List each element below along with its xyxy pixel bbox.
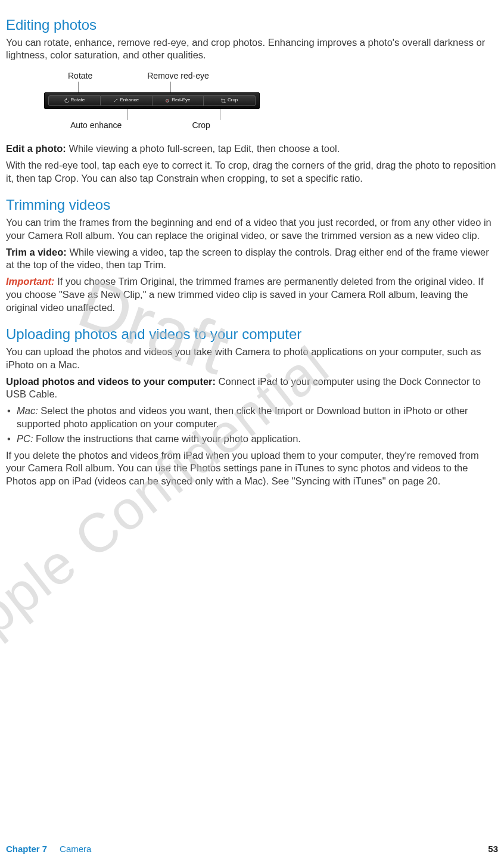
redeye-label: Red-Eye [172,97,190,104]
heading-editing-photos: Editing photos [6,15,498,35]
leader-line [78,82,79,92]
mac-text: Select the photos and videos you want, t… [17,405,468,429]
edit-a-photo-para: Edit a photo: While viewing a photo full… [6,142,498,156]
trimming-intro: You can trim the frames from the beginni… [6,216,498,243]
rotate-icon [64,98,69,103]
important-label: Important: [6,276,57,287]
callout-remove-redeye: Remove red-eye [147,70,209,81]
edit-a-photo-text: While viewing a photo full-screen, tap E… [69,143,340,154]
pc-text: Follow the instructions that came with y… [36,433,301,444]
enhance-label: Enhance [120,97,139,104]
callout-rotate: Rotate [68,70,92,81]
list-item: PC: Follow the instructions that came wi… [7,433,498,446]
editing-intro: You can rotate, enhance, remove red-eye,… [6,36,498,63]
svg-line-0 [114,99,117,102]
callout-auto-enhance: Auto enhance [70,120,122,130]
mac-label: Mac: [17,405,41,416]
pc-label: PC: [17,433,36,444]
footer-chapter-name: Camera [60,844,91,854]
important-text: If you choose Trim Original, the trimmed… [6,276,484,313]
crop-button[interactable]: Crop [204,95,256,106]
wand-icon [113,98,118,103]
crop-icon [221,98,226,103]
uploading-intro: You can upload the photos and videos you… [6,346,498,372]
page-number: 53 [488,843,498,855]
redeye-icon [165,98,170,103]
upload-label: Upload photos and videos to your compute… [6,376,219,387]
list-item: Mac: Select the photos and videos you wa… [7,405,498,431]
trim-a-video-para: Trim a video: While viewing a video, tap… [6,246,498,272]
edit-a-photo-label: Edit a photo: [6,143,69,154]
footer-chapter-num: Chapter 7 [6,844,47,854]
rotate-button[interactable]: Rotate [48,95,101,106]
enhance-button[interactable]: Enhance [101,95,153,106]
redeye-crop-para: With the red-eye tool, tap each eye to c… [6,159,498,185]
uploading-after: If you delete the photos and videos from… [6,449,498,488]
rotate-label: Rotate [71,97,85,104]
leader-line [170,82,171,92]
leader-line [127,109,128,120]
heading-uploading: Uploading photos and videos to your comp… [6,325,498,344]
important-para: Important: If you choose Trim Original, … [6,275,498,314]
editing-toolbar-figure: Rotate Remove red-eye Rotate Enhance Red… [44,70,270,130]
photo-edit-toolbar: Rotate Enhance Red-Eye Crop [44,92,260,109]
heading-trimming-videos: Trimming videos [6,195,498,215]
platform-list: Mac: Select the photos and videos you wa… [6,405,498,445]
upload-para: Upload photos and videos to your compute… [6,375,498,402]
crop-label: Crop [228,97,238,104]
footer-chapter: Chapter 7 Camera [6,843,91,855]
leader-line [220,109,220,120]
trim-a-video-label: Trim a video: [6,247,69,257]
svg-point-1 [117,98,118,100]
callout-crop: Crop [192,120,210,130]
trim-a-video-text: While viewing a video, tap the screen to… [6,247,489,271]
page-footer: Chapter 7 Camera 53 [6,843,498,855]
redeye-button[interactable]: Red-Eye [153,95,204,106]
